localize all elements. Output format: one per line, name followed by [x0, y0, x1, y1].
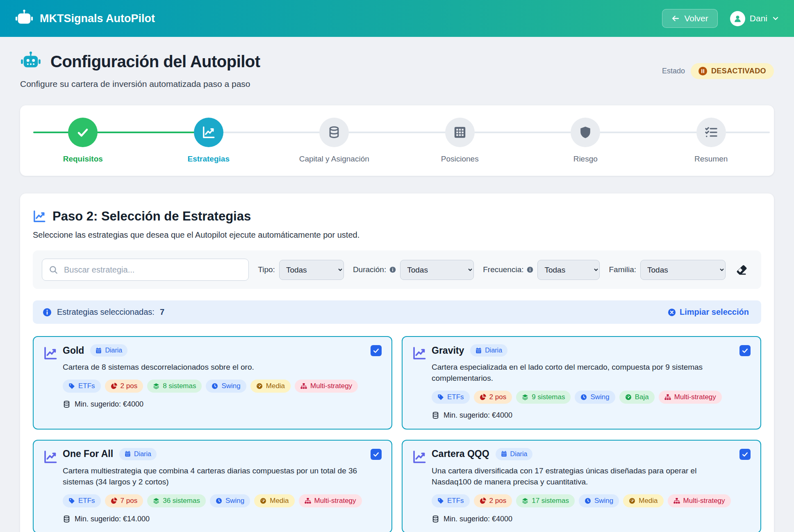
strategy-checkbox[interactable]: [371, 345, 382, 356]
pie-chart-icon: [480, 498, 486, 504]
step-requisitos-circle[interactable]: [68, 118, 98, 147]
step-capital[interactable]: Capital y Asignación: [271, 118, 397, 164]
check-icon: [373, 347, 380, 354]
tag-label: 2 pos: [489, 497, 507, 505]
step-riesgo[interactable]: Riesgo: [523, 118, 648, 164]
schedule-badge: Diaria: [496, 448, 533, 460]
arrow-left-icon: [671, 14, 680, 23]
clear-selection-button[interactable]: Limpiar selección: [665, 307, 751, 317]
tag-label: Multi-strategy: [674, 393, 716, 401]
strategy-description: Una cartera diversificada con 17 estrate…: [432, 466, 733, 488]
step-posiciones-circle[interactable]: [445, 118, 475, 147]
tag-pill-sitemap: Multi-strategy: [659, 391, 722, 404]
page-title: Configuración del Autopilot: [50, 52, 260, 71]
tag-pill-layers: 8 sistemas: [147, 380, 202, 393]
check-icon: [742, 451, 748, 458]
back-button[interactable]: Volver: [662, 9, 717, 28]
chevron-down-icon: [772, 15, 779, 22]
clear-filters-button[interactable]: [735, 263, 749, 277]
tag-pill-layers: 36 sistemas: [147, 494, 206, 507]
filter-select-tipo[interactable]: Todas: [279, 260, 344, 280]
calendar-icon: [96, 348, 102, 354]
tag-pill-layers: 17 sistemas: [516, 494, 575, 507]
selection-bar: Estrategias seleccionadas: 7 Limpiar sel…: [33, 300, 761, 324]
step-requisitos[interactable]: Requisitos: [20, 118, 146, 164]
tag-label: 8 sistemas: [163, 382, 196, 390]
section-title: Paso 2: Selección de Estrategias: [52, 209, 251, 224]
strategy-checkbox[interactable]: [739, 449, 751, 460]
strategy-checkbox[interactable]: [739, 345, 751, 356]
tag-label: Media: [270, 497, 289, 505]
autopilot-config-page: MKTSignals AutoPilot Volver Dani Configu…: [0, 0, 794, 532]
filter-frecuencia-label: Frecuencia:: [483, 265, 523, 274]
filter-select-duracion[interactable]: Todas: [400, 260, 474, 280]
step-resumen-label: Resumen: [694, 155, 728, 164]
step-estrategias[interactable]: Estrategias: [146, 118, 272, 164]
eraser-icon: [736, 264, 747, 275]
search-box: [42, 259, 249, 281]
tag-pill-gauge: Media: [254, 494, 294, 507]
step-capital-circle[interactable]: [319, 118, 349, 147]
clock-icon: [212, 383, 218, 389]
step-estrategias-circle[interactable]: [194, 118, 223, 147]
strategy-name: Gravity: [432, 345, 464, 356]
tag-label: 7 pos: [121, 497, 138, 505]
schedule-badge: Diaria: [470, 344, 507, 357]
tag-pill-layers: 9 sistemas: [516, 391, 571, 404]
check-icon: [76, 126, 89, 139]
filter-tipo: Tipo:Todas: [258, 260, 344, 280]
step-riesgo-circle[interactable]: [571, 118, 600, 147]
filter-select-frecuencia[interactable]: Todas: [537, 260, 600, 280]
tag-label: Swing: [594, 497, 613, 505]
search-input[interactable]: [63, 265, 241, 275]
filter-select-familia[interactable]: Todas: [640, 260, 726, 280]
gauge-icon: [260, 498, 266, 504]
strategy-name: Gold: [63, 345, 84, 356]
tag-pill-tag: ETFs: [63, 494, 101, 507]
coins-icon: [63, 515, 71, 523]
user-menu[interactable]: Dani: [730, 11, 779, 26]
strategy-card-gold[interactable]: GoldDiariaCartera de 8 sistemas descorre…: [33, 336, 392, 430]
stepper-card: RequisitosEstrategiasCapital y Asignació…: [20, 105, 774, 176]
strategy-card-one-for-all[interactable]: One For AllDiariaCartera multiestrategia…: [33, 440, 392, 532]
info-icon: [389, 266, 396, 273]
strategy-grid: GoldDiariaCartera de 8 sistemas descorre…: [33, 336, 761, 532]
strategy-card-cartera-qqq[interactable]: Cartera QQQDiariaUna cartera diversifica…: [402, 440, 761, 532]
tag-pill-sitemap: Multi-strategy: [299, 494, 362, 507]
min-suggested-row: Min. sugerido: €4000: [432, 515, 733, 523]
step-resumen[interactable]: Resumen: [648, 118, 774, 164]
navbar-actions: Volver Dani: [662, 9, 779, 28]
coins-icon: [328, 126, 341, 139]
step-posiciones[interactable]: Posiciones: [397, 118, 523, 164]
tag-pill-pie-chart: 7 pos: [105, 494, 143, 507]
min-suggested-row: Min. sugerido: €14.000: [63, 515, 364, 523]
check-icon: [373, 451, 380, 458]
tag-label: Multi-strategy: [310, 382, 352, 390]
tags-row: ETFs2 pos17 sistemasSwingMediaMulti-stra…: [432, 494, 733, 507]
tag-icon: [68, 498, 75, 504]
page-subtitle: Configure su cartera de inversión automa…: [20, 79, 260, 89]
tag-pill-sitemap: Multi-strategy: [668, 494, 731, 507]
tag-label: Media: [266, 382, 285, 390]
layers-icon: [153, 383, 159, 389]
filter-panel: Tipo:TodasDuración:TodasFrecuencia:Todas…: [33, 250, 761, 289]
tag-label: Swing: [225, 497, 244, 505]
step-resumen-circle[interactable]: [696, 118, 726, 147]
strategy-name: Cartera QQQ: [432, 448, 489, 459]
tag-pill-tag: ETFs: [432, 494, 470, 507]
gauge-icon: [629, 498, 635, 504]
tag-pill-pie-chart: 2 pos: [474, 391, 512, 404]
check-icon: [742, 347, 748, 354]
pause-icon: [698, 67, 707, 75]
step-estrategias-label: Estrategias: [188, 155, 230, 164]
gauge-icon: [256, 383, 263, 389]
tag-pill-clock: Swing: [210, 494, 250, 507]
coins-icon: [432, 412, 439, 419]
tag-icon: [437, 394, 444, 400]
schedule-badge: Diaria: [119, 448, 157, 460]
chart-line-icon: [33, 210, 46, 223]
strategy-checkbox[interactable]: [371, 449, 382, 460]
strategy-card-gravity[interactable]: GravityDiariaCartera especializada en el…: [402, 336, 761, 430]
filter-duracion: Duración:Todas: [353, 260, 474, 280]
filters: Tipo:TodasDuración:TodasFrecuencia:Todas…: [258, 260, 726, 280]
